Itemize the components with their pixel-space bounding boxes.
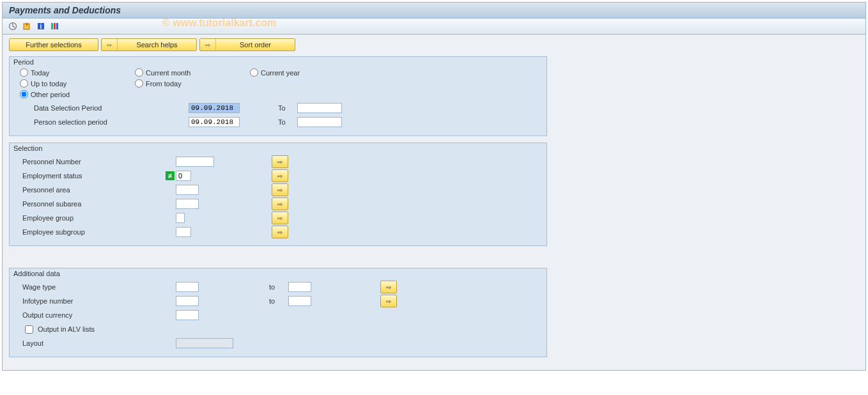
org-structure-icon[interactable] — [50, 21, 60, 31]
app-toolbar: i © www.tutorialkart.com — [3, 19, 865, 35]
person-selection-period-label: Person selection period — [16, 118, 157, 126]
personnel-subarea-multiselect-button[interactable]: ⇨ — [272, 198, 288, 210]
infotype-number-to-label: to — [269, 297, 288, 305]
period-group: Period Today Current month Current year … — [9, 56, 547, 136]
page-title: Payments and Deductions — [9, 5, 859, 15]
selection-toolbar: Further selections ⇨ Search helps ⇨ Sort… — [3, 35, 865, 54]
selection-group: Selection Personnel Number ⇨ Employment … — [9, 143, 547, 246]
output-alv-label: Output in ALV lists — [38, 325, 95, 333]
info-icon[interactable]: i — [36, 21, 46, 31]
svg-rect-4 — [51, 23, 53, 29]
infotype-number-from-input[interactable] — [176, 296, 199, 306]
arrow-right-icon: ⇨ — [102, 39, 118, 50]
radio-from-today-label: From today — [146, 80, 182, 88]
personnel-number-multiselect-button[interactable]: ⇨ — [272, 155, 288, 168]
wage-type-to-input[interactable] — [288, 282, 311, 292]
sort-order-label: Sort order — [216, 41, 295, 49]
radio-today[interactable] — [20, 68, 28, 77]
person-selection-to-label: To — [278, 118, 297, 126]
employee-subgroup-input[interactable] — [176, 227, 191, 237]
radio-current-year[interactable] — [250, 68, 258, 77]
layout-input[interactable] — [176, 338, 233, 348]
personnel-area-multiselect-button[interactable]: ⇨ — [272, 183, 288, 196]
radio-current-year-label: Current year — [261, 69, 300, 77]
personnel-area-label: Personnel area — [16, 186, 157, 194]
employment-status-label: Employment status — [16, 172, 157, 180]
employee-group-label: Employee group — [16, 214, 157, 222]
layout-label: Layout — [16, 339, 157, 347]
radio-from-today[interactable] — [135, 79, 143, 88]
wage-type-to-label: to — [269, 283, 288, 291]
get-variant-icon[interactable] — [22, 21, 32, 31]
further-selections-label: Further selections — [26, 41, 81, 49]
radio-other-period-label: Other period — [31, 91, 70, 98]
wage-type-multiselect-button[interactable]: ⇨ — [380, 281, 397, 293]
search-helps-label: Search helps — [118, 41, 196, 49]
radio-up-to-today-label: Up to today — [31, 80, 66, 88]
wage-type-label: Wage type — [16, 283, 157, 291]
employment-status-input[interactable] — [176, 171, 191, 181]
employee-group-input[interactable] — [176, 213, 185, 223]
personnel-subarea-label: Personnel subarea — [16, 200, 157, 208]
radio-current-month[interactable] — [135, 68, 143, 77]
data-selection-period-label: Data Selection Period — [16, 104, 157, 112]
person-selection-from-input[interactable] — [189, 117, 240, 127]
radio-other-period[interactable] — [20, 90, 28, 98]
employment-status-multiselect-button[interactable]: ⇨ — [272, 169, 288, 182]
infotype-number-multiselect-button[interactable]: ⇨ — [380, 295, 397, 307]
output-currency-input[interactable] — [176, 310, 199, 320]
employee-group-multiselect-button[interactable]: ⇨ — [272, 212, 288, 224]
svg-text:i: i — [40, 23, 42, 30]
employee-subgroup-multiselect-button[interactable]: ⇨ — [272, 226, 288, 238]
execute-icon[interactable] — [8, 21, 18, 31]
search-helps-button[interactable]: ⇨ Search helps — [101, 38, 197, 51]
infotype-number-to-input[interactable] — [288, 296, 311, 306]
personnel-area-input[interactable] — [176, 185, 199, 195]
personnel-number-label: Personnel Number — [16, 158, 157, 166]
personnel-subarea-input[interactable] — [176, 199, 199, 209]
data-selection-to-label: To — [278, 104, 297, 112]
personnel-number-input[interactable] — [176, 157, 214, 167]
output-alv-checkbox[interactable] — [25, 325, 33, 334]
radio-current-month-label: Current month — [146, 69, 190, 77]
data-selection-to-input[interactable] — [297, 103, 342, 113]
radio-up-to-today[interactable] — [20, 79, 28, 88]
employee-subgroup-label: Employee subgroup — [16, 228, 157, 236]
person-selection-to-input[interactable] — [297, 117, 342, 127]
data-selection-from-input[interactable] — [189, 103, 240, 113]
radio-today-label: Today — [31, 69, 49, 77]
selection-group-title: Selection — [13, 143, 42, 152]
svg-rect-6 — [56, 23, 58, 29]
not-equal-icon[interactable]: ≠ — [166, 171, 174, 180]
wage-type-from-input[interactable] — [176, 282, 199, 292]
watermark: © www.tutorialkart.com — [162, 17, 276, 29]
period-group-title: Period — [13, 57, 34, 66]
additional-data-group: Additional data Wage type to ⇨ Infotype … — [9, 268, 547, 357]
infotype-number-label: Infotype number — [16, 297, 157, 305]
output-currency-label: Output currency — [16, 311, 157, 319]
arrow-right-icon: ⇨ — [200, 39, 216, 50]
title-bar: Payments and Deductions — [3, 3, 865, 19]
sort-order-button[interactable]: ⇨ Sort order — [199, 38, 295, 51]
svg-rect-5 — [54, 23, 56, 29]
further-selections-button[interactable]: Further selections — [9, 38, 98, 51]
additional-data-group-title: Additional data — [13, 268, 60, 277]
